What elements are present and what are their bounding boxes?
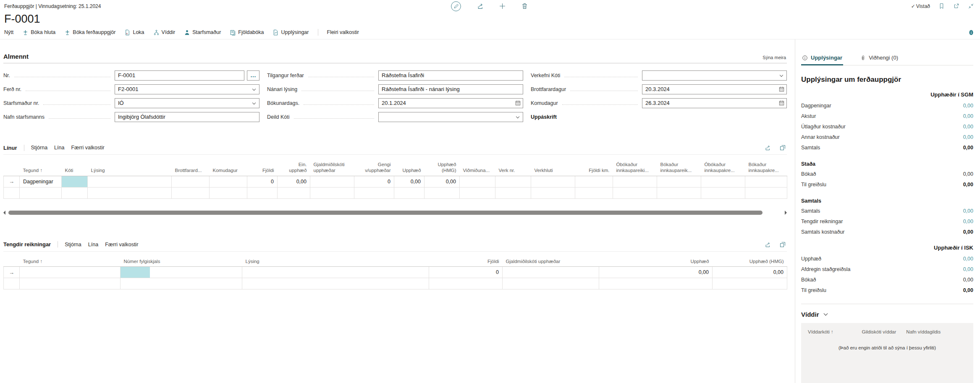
nr-assist-button[interactable]: … [247,70,259,81]
share-icon[interactable] [477,3,484,10]
scrollbar-track[interactable] [8,211,782,215]
lines-row-empty[interactable] [4,187,787,198]
empty-cell[interactable] [503,278,599,289]
cell-fjoldi[interactable]: 0 [429,267,503,278]
cell-obokadur-innkaupakredit[interactable] [701,176,745,187]
cell-upphaed-hmg[interactable]: 0,00 [713,267,787,278]
cell-koti-selected[interactable] [62,176,88,187]
lines-line-menu[interactable]: Lína [54,145,64,151]
viddir-section-header[interactable]: Víddir [801,304,973,318]
edit-icon[interactable] [451,1,461,12]
empty-cell[interactable] [242,278,429,289]
cell-gjaldmidilskoti[interactable] [310,176,354,187]
collapse-icon[interactable] [968,3,974,9]
verkefni-koti-input[interactable] [642,70,787,81]
cell-upphaed-hmg[interactable]: 0,00 [424,176,460,187]
empty-cell[interactable] [278,187,310,198]
calendar-icon[interactable] [778,86,785,92]
komudagur-input[interactable] [642,98,787,108]
column-header-vidmiduna[interactable]: Viðmiðuna... [460,155,495,176]
cell-komudagur[interactable] [210,176,247,187]
action-post-part[interactable]: Bóka hluta [22,29,55,36]
empty-cell[interactable] [88,187,172,198]
fact-value[interactable]: 0,00 [963,134,973,140]
cell-numer-fylgiskjals-selected[interactable] [121,267,242,278]
tilgangur-ferdar-input[interactable] [378,70,523,81]
empty-cell[interactable] [657,187,701,198]
column-header-tegund[interactable]: Tegund ↑ [20,155,62,176]
cell-bokadur-innkaupareikningur[interactable] [657,176,701,187]
open-in-new-window-icon[interactable] [779,144,786,151]
column-header-ein-upphaed[interactable]: Ein. upphæð [278,155,310,176]
empty-cell[interactable] [713,278,787,289]
column-header-upphaed[interactable]: Upphæð [394,155,424,176]
empty-cell[interactable] [172,187,210,198]
empty-cell[interactable] [495,187,531,198]
related-line-menu[interactable]: Lína [88,242,98,248]
row-selector[interactable]: → [4,267,20,278]
column-header-upphaed[interactable]: Upphæð [599,252,713,267]
empty-cell[interactable] [429,278,503,289]
column-header-fjoldi[interactable]: Fjöldi [247,155,278,176]
cell-upphaed[interactable]: 0,00 [394,176,424,187]
column-header-brottfarard[interactable]: Brottfarard... [172,155,210,176]
empty-cell[interactable] [247,187,278,198]
open-in-new-window-icon[interactable] [953,3,959,9]
bokunardags-input[interactable] [378,98,523,108]
viddir-column-gildiskoti[interactable]: Gildiskóti víddar [862,329,907,335]
column-header-bokadur-innkaupareikningur[interactable]: Bókaður innkaupareik... [657,155,701,176]
nafn-starfsmanns-input[interactable] [115,112,259,122]
empty-cell[interactable] [394,187,424,198]
empty-cell[interactable] [20,278,121,289]
cell-tegund[interactable]: Dagpeningar [20,176,62,187]
empty-cell[interactable] [4,187,20,198]
nr-input[interactable] [115,70,244,81]
column-header-gengi[interactable]: Gengi v/upphæðar [354,155,394,176]
column-header-koti[interactable]: Kóti [62,155,88,176]
action-employee[interactable]: Starfsmaður [184,29,221,36]
lines-fewer-options[interactable]: Færri valkostir [71,145,104,151]
brottfarardagur-input[interactable] [642,84,787,94]
cell-lysing[interactable] [88,176,172,187]
cell-ein-upphaed[interactable]: 0,00 [278,176,310,187]
action-information[interactable]: Upplýsingar [273,29,309,36]
empty-cell[interactable] [210,187,247,198]
empty-cell[interactable] [20,187,62,198]
cell-vidmiduna[interactable] [460,176,495,187]
fact-value[interactable]: 0,00 [963,113,973,119]
nanari-lysing-input[interactable] [378,84,523,94]
related-fewer-options[interactable]: Færri valkostir [105,242,138,248]
empty-cell[interactable] [613,187,657,198]
delete-icon[interactable] [521,3,528,10]
empty-cell[interactable] [531,187,575,198]
show-more-link[interactable]: Sýna meira [763,55,786,60]
cell-lysing[interactable] [242,267,429,278]
action-batch-post[interactable]: Fjöldabóka [230,29,264,36]
viddir-column-nafn[interactable]: Nafn víddagildis [906,329,967,335]
fact-value[interactable]: 0,00 [963,219,973,224]
column-header-bokadur-innkaupakredit[interactable]: Bókaður innkaupakre... [745,155,787,176]
empty-cell[interactable] [354,187,394,198]
empty-cell[interactable] [701,187,745,198]
action-more-options[interactable]: Fleiri valkostir [327,29,359,35]
column-header-obokadur-innkaupakredit[interactable]: Óbókaður innkaupakre... [701,155,745,176]
tab-vidhengi[interactable]: Viðhengi (0) [859,55,899,65]
general-section-title[interactable]: Almennt [3,53,29,60]
cell-fjoldi[interactable]: 0 [247,176,278,187]
row-selector[interactable]: → [4,176,20,187]
cell-gengi[interactable]: 0 [354,176,394,187]
empty-cell[interactable] [310,187,354,198]
action-post-expense-report[interactable]: Bóka ferðauppgjör [64,29,115,36]
cell-upphaed[interactable]: 0,00 [599,267,713,278]
action-dimensions[interactable]: Víddir [153,29,176,36]
empty-cell[interactable] [424,187,460,198]
cell-gjaldmidilskoti[interactable] [503,267,599,278]
empty-cell[interactable] [62,187,88,198]
cell-fjoldi-km[interactable] [575,176,613,187]
column-header-lysing[interactable]: Lýsing [242,252,429,267]
bookmark-icon[interactable] [938,3,945,9]
fact-value[interactable]: 0,00 [963,266,973,272]
related-row-empty[interactable] [4,278,787,289]
column-header-verk-nr[interactable]: Verk nr. [495,155,531,176]
column-header-tegund[interactable]: Tegund ↑ [20,252,121,267]
